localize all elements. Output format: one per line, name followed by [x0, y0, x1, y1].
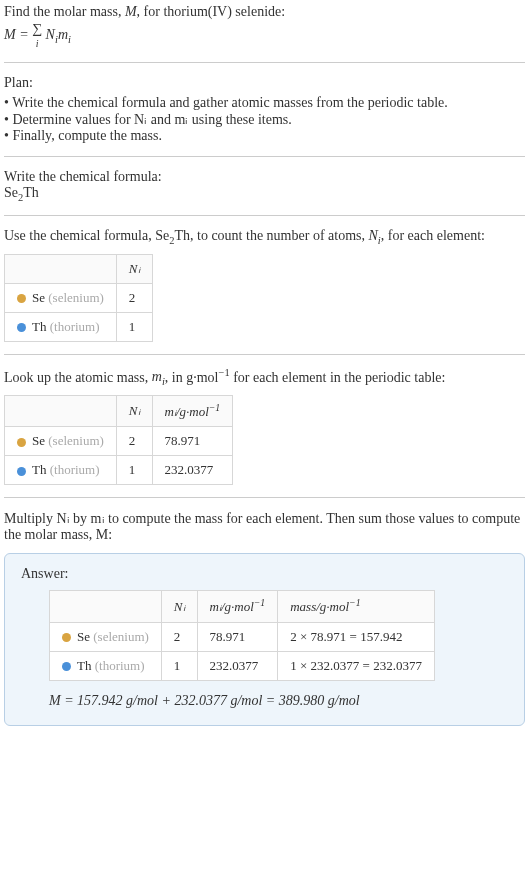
plan-item: • Write the chemical formula and gather …: [4, 95, 525, 111]
color-dot-icon: [17, 467, 26, 476]
col-mi: mᵢ/g·mol−1: [152, 396, 233, 427]
m-cell: 232.0377: [152, 456, 233, 485]
sigma-symbol: ∑: [32, 21, 42, 36]
plan-item: • Finally, compute the mass.: [4, 128, 525, 144]
color-dot-icon: [62, 633, 71, 642]
table-row: Se (selenium) 2 78.971: [5, 427, 233, 456]
multiply-text: Multiply Nᵢ by mᵢ to compute the mass fo…: [4, 510, 525, 543]
m-cell: 232.0377: [197, 651, 278, 680]
chemical-formula: Se2Th: [4, 185, 525, 203]
answer-box: Answer: Nᵢ mᵢ/g·mol−1 mass/g·mol−1 Se (s…: [4, 553, 525, 725]
element-cell: Se (selenium): [5, 427, 117, 456]
col-Ni: Nᵢ: [116, 396, 152, 427]
formula-eq: =: [16, 27, 32, 42]
col-mi: mᵢ/g·mol−1: [197, 591, 278, 622]
col-Ni: Nᵢ: [116, 254, 152, 283]
table-row: Th (thorium) 1 232.0377 1 × 232.0377 = 2…: [50, 651, 435, 680]
table-row: Se (selenium) 2: [5, 283, 153, 312]
answer-title: Answer:: [21, 566, 508, 582]
color-dot-icon: [17, 323, 26, 332]
n-cell: 2: [161, 622, 197, 651]
col-mass: mass/g·mol−1: [278, 591, 435, 622]
table-row: Th (thorium) 1 232.0377: [5, 456, 233, 485]
count-Ni: Ni: [369, 228, 381, 243]
m-cell: 78.971: [197, 622, 278, 651]
table-row: Th (thorium) 1: [5, 312, 153, 341]
intro-formula: M = ∑i Nimi: [4, 22, 525, 50]
formula-Ni: Nimi: [46, 27, 71, 42]
count-section: Use the chemical formula, Se2Th, to coun…: [4, 228, 525, 355]
m-cell: 78.971: [152, 427, 233, 456]
element-cell: Se (selenium): [50, 622, 162, 651]
intro-M: M: [125, 4, 137, 19]
n-cell: 2: [116, 427, 152, 456]
sum-icon: ∑i: [32, 22, 42, 50]
n-cell: 1: [116, 312, 152, 341]
calc-cell: 2 × 78.971 = 157.942: [278, 622, 435, 651]
plan-title: Plan:: [4, 75, 525, 91]
n-cell: 1: [116, 456, 152, 485]
plan-list: • Write the chemical formula and gather …: [4, 95, 525, 144]
color-dot-icon: [17, 294, 26, 303]
col-element: [5, 396, 117, 427]
element-cell: Th (thorium): [5, 456, 117, 485]
intro-section: Find the molar mass, M, for thorium(IV) …: [4, 4, 525, 63]
col-element: [50, 591, 162, 622]
table-header-row: Nᵢ: [5, 254, 153, 283]
color-dot-icon: [62, 662, 71, 671]
intro-text-pre: Find the molar mass,: [4, 4, 125, 19]
n-cell: 2: [116, 283, 152, 312]
answer-table: Nᵢ mᵢ/g·mol−1 mass/g·mol−1 Se (selenium)…: [49, 590, 435, 680]
mass-table: Nᵢ mᵢ/g·mol−1 Se (selenium) 2 78.971 Th …: [4, 395, 233, 485]
table-row: Se (selenium) 2 78.971 2 × 78.971 = 157.…: [50, 622, 435, 651]
element-cell: Se (selenium): [5, 283, 117, 312]
multiply-section: Multiply Nᵢ by mᵢ to compute the mass fo…: [4, 510, 525, 737]
answer-final: M = 157.942 g/mol + 232.0377 g/mol = 389…: [49, 693, 508, 709]
table-header-row: Nᵢ mᵢ/g·mol−1 mass/g·mol−1: [50, 591, 435, 622]
table-header-row: Nᵢ mᵢ/g·mol−1: [5, 396, 233, 427]
write-formula-section: Write the chemical formula: Se2Th: [4, 169, 525, 216]
intro-text-post: , for thorium(IV) selenide:: [137, 4, 286, 19]
calc-cell: 1 × 232.0377 = 232.0377: [278, 651, 435, 680]
n-cell: 1: [161, 651, 197, 680]
count-table: Nᵢ Se (selenium) 2 Th (thorium) 1: [4, 254, 153, 342]
plan-section: Plan: • Write the chemical formula and g…: [4, 75, 525, 157]
element-cell: Th (thorium): [50, 651, 162, 680]
intro-line: Find the molar mass, M, for thorium(IV) …: [4, 4, 525, 20]
count-text: Use the chemical formula, Se2Th, to coun…: [4, 228, 525, 246]
mass-section: Look up the atomic mass, mi, in g·mol−1 …: [4, 367, 525, 499]
plan-item: • Determine values for Nᵢ and mᵢ using t…: [4, 111, 525, 128]
element-cell: Th (thorium): [5, 312, 117, 341]
formula-M: M: [4, 27, 16, 42]
col-element: [5, 254, 117, 283]
write-title: Write the chemical formula:: [4, 169, 525, 185]
sigma-index: i: [36, 38, 39, 49]
mass-text: Look up the atomic mass, mi, in g·mol−1 …: [4, 367, 525, 387]
color-dot-icon: [17, 438, 26, 447]
col-Ni: Nᵢ: [161, 591, 197, 622]
